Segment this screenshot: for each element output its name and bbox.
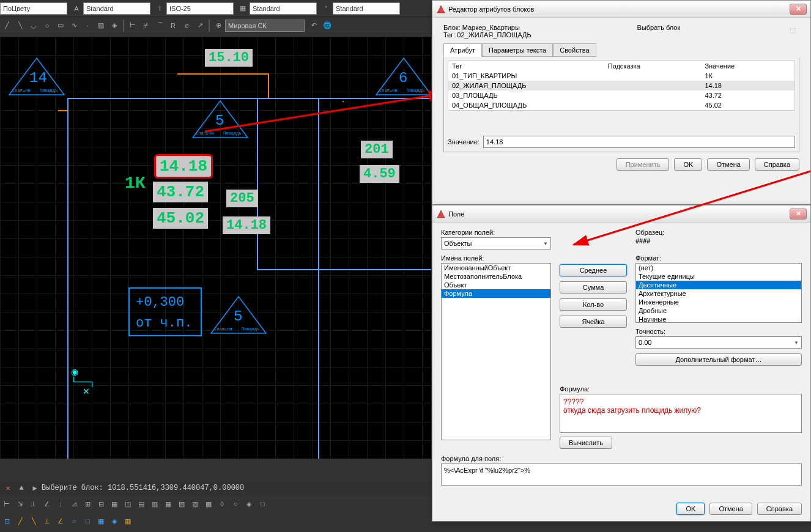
attr-editor-title-bar[interactable]: Редактор атрибутов блоков ✕: [432, 1, 810, 18]
bi1[interactable]: ⊢: [1, 498, 13, 510]
list-item[interactable]: Десятичные: [636, 281, 801, 289]
list-item[interactable]: Объект: [442, 281, 550, 289]
count-button[interactable]: Кол-во: [560, 298, 627, 311]
category-select[interactable]: Объекты: [441, 237, 551, 249]
command-bar[interactable]: ✕ ▲ ▶ Выберите блок: 1018.551416,3309.44…: [0, 481, 431, 495]
bi9[interactable]: ▦: [108, 498, 120, 510]
table-row[interactable]: 03_ПЛОЩАДЬ43.72: [448, 91, 795, 100]
list-item[interactable]: Формула: [442, 289, 550, 298]
value-input[interactable]: [483, 136, 795, 148]
bi12[interactable]: ▥: [149, 498, 161, 510]
field-title-bar[interactable]: Поле ✕: [432, 205, 810, 223]
table-row[interactable]: 04_ОБЩАЯ_ПЛОЩАДЬ45.02: [448, 100, 795, 111]
tool-dim-arc[interactable]: ⌒: [154, 20, 166, 32]
cell-button[interactable]: Ячейка: [560, 316, 627, 328]
col-prompt[interactable]: Подсказка: [604, 61, 702, 72]
osnap9[interactable]: ◈: [108, 515, 120, 527]
style3-combo[interactable]: Standard: [250, 2, 317, 15]
apply-button[interactable]: Применить: [617, 158, 670, 171]
table-row[interactable]: 02_ЖИЛАЯ_ПЛОЩАДЬ14.18: [448, 81, 795, 91]
tab-properties[interactable]: Свойства: [553, 43, 596, 57]
tool-spline[interactable]: ∿: [68, 20, 80, 32]
osnap8[interactable]: ▦: [95, 515, 107, 527]
cmd-up-icon[interactable]: ▲: [15, 482, 28, 494]
cmd-x-icon[interactable]: ✕: [2, 482, 14, 494]
attr-table[interactable]: Тег Подсказка Значение 01_ТИП_КВАРТИРЫ1К…: [448, 61, 795, 111]
bi18[interactable]: ○: [229, 498, 242, 510]
drawing-canvas[interactable]: 14 Спальня Площадь 5 Спальня Площадь 6 С…: [0, 37, 431, 459]
ucs-combo[interactable]: Мировая СК: [225, 20, 305, 32]
precision-select[interactable]: 0.00: [635, 336, 802, 349]
list-item[interactable]: Инженерные: [636, 298, 801, 306]
osnap4[interactable]: ⊥: [41, 515, 53, 527]
bi3[interactable]: ⊥: [28, 498, 40, 510]
formula-input[interactable]: ????? откуда сюда загрузить площидь жилу…: [560, 394, 802, 433]
tool-rect[interactable]: ▭: [54, 20, 67, 32]
table-row[interactable]: 01_ТИП_КВАРТИРЫ1К: [448, 71, 795, 81]
ok-button[interactable]: OK: [674, 158, 702, 171]
ucs-prev[interactable]: ↶: [308, 20, 320, 32]
bi10[interactable]: ◫: [122, 498, 134, 510]
dim-style-icon[interactable]: ⟟: [154, 2, 166, 15]
bi11[interactable]: ▤: [135, 498, 147, 510]
list-item[interactable]: Дробные: [636, 306, 801, 315]
avg-button[interactable]: Среднее: [560, 264, 627, 276]
tool-region[interactable]: ◈: [108, 20, 120, 32]
sum-button[interactable]: Сумма: [560, 281, 627, 294]
style4-combo[interactable]: Standard: [333, 2, 400, 15]
text-style-icon[interactable]: A: [70, 2, 83, 15]
multileader-icon[interactable]: ᕀ: [320, 2, 332, 15]
tool-polyline[interactable]: ╲: [14, 20, 26, 32]
cancel-button[interactable]: Отмена: [709, 503, 752, 515]
dim-style-combo[interactable]: ISO-25: [166, 2, 234, 15]
bi5[interactable]: ⟂: [54, 498, 67, 510]
osnap10[interactable]: ▥: [122, 515, 134, 527]
bi14[interactable]: ▧: [176, 498, 188, 510]
list-item[interactable]: ИменованныйОбъект: [442, 264, 550, 272]
table-style-icon[interactable]: ▦: [237, 2, 249, 15]
col-tag[interactable]: Тег: [448, 61, 604, 72]
ucs-world[interactable]: 🌐: [321, 20, 333, 32]
bi17[interactable]: ◊: [216, 498, 228, 510]
tool-hatch[interactable]: ▨: [95, 20, 107, 32]
ucs-icon[interactable]: ⊕: [212, 20, 224, 32]
format-list[interactable]: (нет) Текущие единицы Десятичные Архитек…: [635, 263, 802, 323]
list-item[interactable]: Научные: [636, 315, 801, 323]
bi20[interactable]: □: [256, 498, 268, 510]
bi15[interactable]: ▨: [189, 498, 201, 510]
list-item[interactable]: (нет): [636, 264, 801, 272]
bi8[interactable]: ⊟: [95, 498, 107, 510]
help-button[interactable]: Справка: [757, 503, 802, 515]
list-item[interactable]: Текущие единицы: [636, 272, 801, 281]
bi16[interactable]: ▩: [202, 498, 215, 510]
tool-leader[interactable]: ↗: [194, 20, 206, 32]
tool-dim-radius[interactable]: R: [167, 20, 179, 32]
more-format-button[interactable]: Дополнительный формат…: [635, 353, 802, 366]
bi19[interactable]: ◈: [243, 498, 255, 510]
tool-dim-dia[interactable]: ⌀: [180, 20, 193, 32]
bi13[interactable]: ▦: [162, 498, 174, 510]
tool-dim-linear[interactable]: ⊢: [127, 20, 139, 32]
bi6[interactable]: ⊿: [68, 498, 80, 510]
cancel-button[interactable]: Отмена: [707, 158, 749, 171]
close-icon[interactable]: ✕: [790, 4, 807, 15]
tab-attribute[interactable]: Атрибут: [443, 43, 482, 57]
text-style-combo[interactable]: Standard: [83, 2, 150, 15]
bi7[interactable]: ⊞: [81, 498, 94, 510]
calc-button[interactable]: Вычислить: [560, 437, 612, 449]
select-block-link[interactable]: Выбрать блок: [637, 24, 681, 39]
pick-block-icon[interactable]: ⬚: [787, 24, 799, 36]
col-value[interactable]: Значение: [701, 61, 794, 72]
bi2[interactable]: ⇲: [14, 498, 26, 510]
color-combo[interactable]: ПоЦвету: [0, 2, 67, 15]
osnap1[interactable]: ⊡: [1, 515, 13, 527]
osnap3[interactable]: ╲: [28, 515, 40, 527]
tool-dim-aligned[interactable]: ⊬: [140, 20, 152, 32]
ok-button[interactable]: OK: [676, 503, 705, 515]
close-icon[interactable]: ✕: [790, 209, 807, 220]
osnap5[interactable]: ∠: [54, 515, 67, 527]
osnap2[interactable]: ╱: [14, 515, 26, 527]
help-button[interactable]: Справка: [755, 158, 799, 171]
osnap7[interactable]: □: [81, 515, 94, 527]
tool-circle[interactable]: ○: [41, 20, 53, 32]
